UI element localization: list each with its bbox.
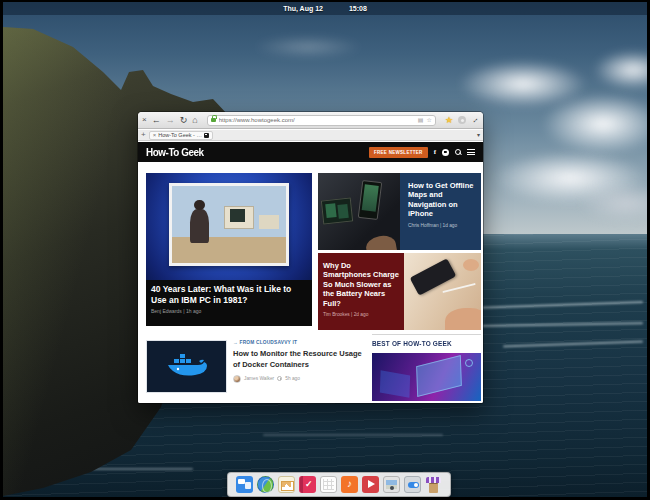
best-of-thumbnail[interactable] — [372, 353, 481, 401]
article-byline: Chris Hoffman | 1d ago — [408, 223, 477, 228]
cloud — [253, 36, 363, 58]
clock-icon — [277, 376, 282, 381]
panel-date[interactable]: Thu, Aug 12 — [283, 5, 323, 12]
article-time: 5h ago — [285, 376, 300, 381]
article-card-battery[interactable]: Why Do Smartphones Charge So Much Slower… — [318, 253, 481, 330]
site-header: How-To Geek FREE NEWSLETTER f — [138, 142, 483, 162]
home-button[interactable]: ⌂ — [192, 116, 197, 125]
system-settings-icon[interactable] — [404, 476, 421, 493]
top-panel: Thu, Aug 12 15:08 — [3, 2, 647, 15]
videos-icon[interactable] — [362, 476, 379, 493]
tab-title: How-To Geek - … — [158, 132, 202, 138]
music-icon[interactable]: ♪ — [341, 476, 358, 493]
article-photo-battery — [404, 253, 481, 330]
wave-foam — [263, 434, 443, 436]
tasks-icon[interactable] — [299, 476, 316, 493]
web-browser-icon[interactable] — [257, 476, 274, 493]
tab-close-icon[interactable]: × — [153, 132, 157, 138]
https-lock-icon — [211, 118, 216, 122]
divider — [372, 334, 481, 335]
article-title[interactable]: 40 Years Later: What Was it Like to Use … — [151, 284, 307, 305]
photos-icon[interactable] — [383, 476, 400, 493]
facebook-icon[interactable]: f — [434, 148, 436, 156]
multitasking-icon[interactable] — [236, 476, 253, 493]
docker-whale-icon — [166, 352, 208, 382]
forward-button[interactable]: → — [166, 116, 175, 125]
browser-window: × ← → ↻ ⌂ https://www.howtogeek.com/ ▤ ☆… — [138, 112, 483, 403]
new-tab-button[interactable]: + — [141, 131, 146, 139]
site-logo[interactable]: How-To Geek — [146, 146, 204, 158]
tab-favicon — [204, 133, 209, 138]
favorites-icon[interactable]: ★ — [445, 116, 453, 125]
best-of-section: BEST OF HOW-TO GEEK — [372, 334, 481, 401]
tab-menu-icon[interactable]: ▾ — [477, 132, 480, 138]
free-newsletter-button[interactable]: FREE NEWSLETTER — [369, 147, 428, 158]
tab-bar: + × How-To Geek - … ▾ — [138, 130, 483, 141]
reload-button[interactable]: ↻ — [180, 116, 188, 125]
article-card-ibm[interactable]: 40 Years Later: What Was it Like to Use … — [146, 173, 312, 326]
reader-view-icon[interactable]: ▤ — [418, 117, 424, 123]
menu-icon[interactable] — [467, 149, 475, 155]
url-text[interactable]: https://www.howtogeek.com/ — [219, 117, 415, 123]
browser-toolbar: × ← → ↻ ⌂ https://www.howtogeek.com/ ▤ ☆… — [138, 112, 483, 129]
twitter-icon[interactable] — [442, 149, 449, 156]
gear-icon[interactable] — [458, 116, 466, 124]
back-button[interactable]: ← — [152, 116, 161, 125]
article-title[interactable]: Why Do Smartphones Charge So Much Slower… — [323, 261, 399, 308]
window-close-button[interactable]: × — [142, 116, 147, 124]
dock: ♪ — [227, 472, 451, 497]
window-maximize-button[interactable]: ↔ — [469, 114, 480, 125]
author-name[interactable]: James Walker — [244, 376, 274, 381]
webpage: How-To Geek FREE NEWSLETTER f — [138, 142, 483, 403]
bookmark-star-icon[interactable]: ☆ — [427, 117, 432, 123]
article-photo-ibm — [146, 173, 312, 280]
article-title[interactable]: How to Get Offline Maps and Navigation o… — [408, 181, 477, 219]
article-byline: Benj Edwards | 1h ago — [151, 308, 307, 314]
best-of-heading[interactable]: BEST OF HOW-TO GEEK — [372, 340, 472, 347]
photo-inner-frame — [169, 183, 289, 266]
section-kicker[interactable]: → FROM CLOUDSAVVY IT — [233, 340, 367, 345]
article-card-maps[interactable]: How to Get Offline Maps and Navigation o… — [318, 173, 481, 250]
address-bar[interactable]: https://www.howtogeek.com/ ▤ ☆ — [207, 115, 436, 126]
author-avatar — [233, 375, 241, 383]
calendar-icon[interactable] — [320, 476, 337, 493]
appcenter-icon[interactable] — [425, 476, 442, 493]
article-thumb-docker[interactable] — [146, 340, 227, 393]
mail-icon[interactable] — [278, 476, 295, 493]
desktop: Thu, Aug 12 15:08 × ← → ↻ ⌂ https://www.… — [0, 0, 650, 500]
tab-howtogeek[interactable]: × How-To Geek - … — [149, 131, 213, 140]
search-icon[interactable] — [455, 149, 461, 155]
panel-clock[interactable]: 15:08 — [349, 5, 367, 12]
article-title[interactable]: How to Monitor the Resource Usage of Doc… — [233, 348, 367, 371]
article-photo-maps — [318, 173, 400, 250]
article-byline: Tim Brookes | 2d ago — [323, 312, 399, 317]
